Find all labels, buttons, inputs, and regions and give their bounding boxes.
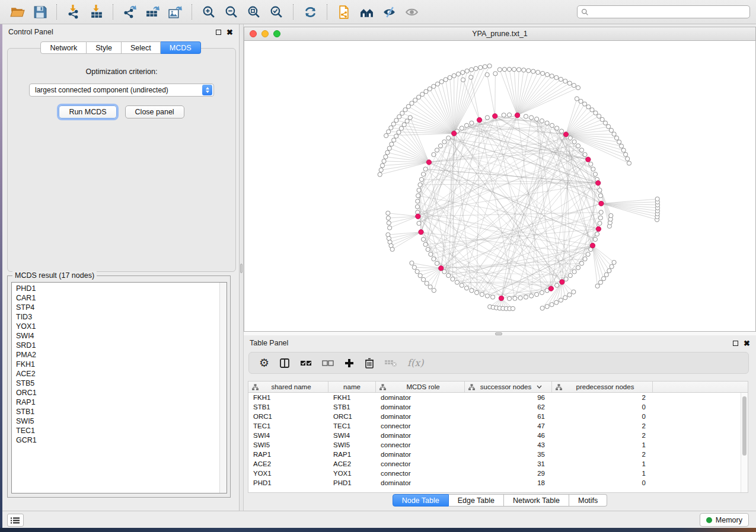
table-row[interactable]: ORC1ORC1dominator610 bbox=[248, 412, 748, 421]
table-row[interactable]: SWI5SWI5connector431 bbox=[248, 440, 748, 450]
mcds-result-item[interactable]: SWI5 bbox=[12, 416, 219, 426]
vertical-splitter[interactable] bbox=[239, 24, 244, 511]
mcds-result-item[interactable]: STB5 bbox=[12, 379, 219, 388]
table-row[interactable]: PHD1PHD1dominator180 bbox=[248, 478, 748, 488]
mcds-result-item[interactable]: TID3 bbox=[12, 312, 219, 322]
column-header-shared-name[interactable]: shared name bbox=[248, 382, 328, 392]
zoom-fit-icon[interactable] bbox=[243, 2, 265, 22]
mcds-result-item[interactable]: SWI4 bbox=[12, 331, 219, 341]
cell-shared-name: SWI5 bbox=[248, 440, 328, 450]
function-builder-icon[interactable]: f(x) bbox=[407, 355, 423, 371]
mcds-result-item[interactable]: ACE2 bbox=[12, 369, 219, 379]
network-title-bar[interactable]: YPA_prune.txt_1 bbox=[244, 27, 755, 41]
table-row[interactable]: RAP1RAP1dominator352 bbox=[248, 450, 748, 459]
apply-layout-icon[interactable] bbox=[299, 2, 321, 22]
mcds-tab-content: Optimization criterion: largest connecte… bbox=[7, 48, 236, 272]
network-canvas[interactable] bbox=[244, 41, 755, 331]
column-header-predecessor-nodes[interactable]: predecessor nodes bbox=[552, 382, 653, 392]
mcds-result-item[interactable]: STP4 bbox=[12, 303, 219, 312]
close-panel-button[interactable]: Close panel bbox=[125, 105, 184, 118]
save-session-icon[interactable] bbox=[28, 2, 51, 22]
cell-name: ACE2 bbox=[328, 459, 376, 469]
column-header-name[interactable]: name bbox=[328, 382, 376, 392]
destroy-table-icon[interactable] bbox=[384, 355, 397, 371]
network-view-frame: YPA_prune.txt_1 bbox=[244, 27, 756, 332]
zoom-selected-icon[interactable] bbox=[265, 2, 288, 22]
cell-predecessor-nodes: 0 bbox=[552, 402, 653, 412]
tab-style[interactable]: Style bbox=[87, 41, 122, 54]
close-panel-icon[interactable]: ✖ bbox=[227, 30, 233, 35]
table-type-tabs: Node TableEdge TableNetwork TableMotifs bbox=[244, 494, 756, 507]
mcds-list-scrollbar[interactable] bbox=[219, 283, 227, 493]
float-panel-icon[interactable] bbox=[216, 30, 221, 35]
table-scrollbar-thumb[interactable] bbox=[742, 396, 747, 456]
tab-network[interactable]: Network bbox=[40, 41, 87, 54]
select-all-icon[interactable] bbox=[300, 355, 312, 371]
cell-shared-name: STB1 bbox=[248, 402, 328, 412]
new-network-from-selection-icon[interactable] bbox=[333, 2, 355, 22]
first-neighbors-icon[interactable] bbox=[355, 2, 378, 22]
export-image-icon[interactable] bbox=[164, 2, 186, 22]
tab-network-table[interactable]: Network Table bbox=[504, 494, 569, 507]
criterion-dropdown[interactable]: largest connected component (undirected) bbox=[29, 84, 214, 97]
mcds-result-item[interactable]: GCR1 bbox=[12, 435, 219, 445]
cell-successor-nodes: 62 bbox=[465, 402, 552, 412]
zoom-in-icon[interactable] bbox=[197, 2, 220, 22]
import-network-icon[interactable] bbox=[62, 2, 85, 22]
float-table-panel-icon[interactable] bbox=[733, 341, 738, 346]
memory-button[interactable]: Memory bbox=[700, 513, 749, 527]
zoom-out-icon[interactable] bbox=[220, 2, 243, 22]
column-header-successor-nodes[interactable]: successor nodes bbox=[465, 382, 552, 392]
column-settings-icon[interactable]: ⚙ bbox=[259, 355, 269, 371]
tab-motifs[interactable]: Motifs bbox=[569, 494, 607, 507]
mcds-result-item[interactable]: YOX1 bbox=[12, 322, 219, 331]
deselect-all-icon[interactable] bbox=[322, 355, 334, 371]
node-table-body: FKH1FKH1dominator962STB1STB1dominator620… bbox=[248, 393, 748, 488]
criterion-value: largest connected component (undirected) bbox=[30, 86, 202, 94]
export-table-icon[interactable] bbox=[141, 2, 164, 22]
mcds-result-item[interactable]: TEC1 bbox=[12, 426, 219, 435]
tab-select[interactable]: Select bbox=[122, 41, 161, 54]
table-row[interactable]: SWI4SWI4dominator462 bbox=[248, 431, 748, 440]
export-network-icon[interactable] bbox=[119, 2, 141, 22]
column-header-MCDS-role[interactable]: MCDS role bbox=[376, 382, 465, 392]
cell-name: SWI5 bbox=[328, 440, 376, 450]
cell-MCDS-role: connector bbox=[376, 469, 465, 478]
mcds-result-listbox: PHD1CAR1STP4TID3YOX1SWI4SRD1PMA2FKH1ACE2… bbox=[11, 282, 227, 493]
tab-mcds[interactable]: MCDS bbox=[161, 41, 201, 54]
mcds-result-item[interactable]: FKH1 bbox=[12, 360, 219, 369]
vertical-splitter-handle[interactable] bbox=[240, 264, 243, 273]
add-row-icon[interactable] bbox=[344, 355, 355, 371]
cell-successor-nodes: 31 bbox=[465, 459, 552, 469]
tab-node-table[interactable]: Node Table bbox=[393, 494, 449, 507]
table-row[interactable]: STB1STB1dominator620 bbox=[248, 402, 748, 412]
mcds-result-item[interactable]: CAR1 bbox=[12, 293, 219, 303]
show-column-icon[interactable] bbox=[279, 355, 290, 371]
run-mcds-button[interactable]: Run MCDS bbox=[59, 105, 116, 118]
open-file-icon[interactable] bbox=[6, 2, 28, 22]
table-row[interactable]: TEC1TEC1connector472 bbox=[248, 421, 748, 431]
task-history-button[interactable] bbox=[7, 514, 24, 527]
tab-edge-table[interactable]: Edge Table bbox=[449, 494, 504, 507]
mcds-result-item[interactable]: STB1 bbox=[12, 407, 219, 416]
mcds-result-item[interactable]: RAP1 bbox=[12, 398, 219, 407]
delete-row-icon[interactable] bbox=[365, 355, 374, 371]
cell-predecessor-nodes: 1 bbox=[552, 459, 653, 469]
close-table-panel-icon[interactable]: ✖ bbox=[744, 341, 750, 346]
cell-predecessor-nodes: 0 bbox=[552, 412, 653, 421]
hide-selected-icon[interactable] bbox=[378, 2, 400, 22]
mcds-result-item[interactable]: SRD1 bbox=[12, 341, 219, 350]
desktop-wallpaper-edge bbox=[0, 24, 2, 528]
import-table-icon[interactable] bbox=[85, 2, 107, 22]
search-input[interactable] bbox=[592, 8, 746, 16]
show-all-icon[interactable] bbox=[400, 2, 423, 22]
cell-shared-name: SWI4 bbox=[248, 431, 328, 440]
cell-name: RAP1 bbox=[328, 450, 376, 459]
mcds-result-item[interactable]: PMA2 bbox=[12, 350, 219, 360]
table-row[interactable]: ACE2ACE2connector311 bbox=[248, 459, 748, 469]
table-scrollbar[interactable] bbox=[741, 393, 748, 492]
table-row[interactable]: YOX1YOX1connector291 bbox=[248, 469, 748, 478]
table-row[interactable]: FKH1FKH1dominator962 bbox=[248, 393, 748, 402]
mcds-result-item[interactable]: ORC1 bbox=[12, 388, 219, 398]
mcds-result-item[interactable]: PHD1 bbox=[12, 284, 219, 293]
